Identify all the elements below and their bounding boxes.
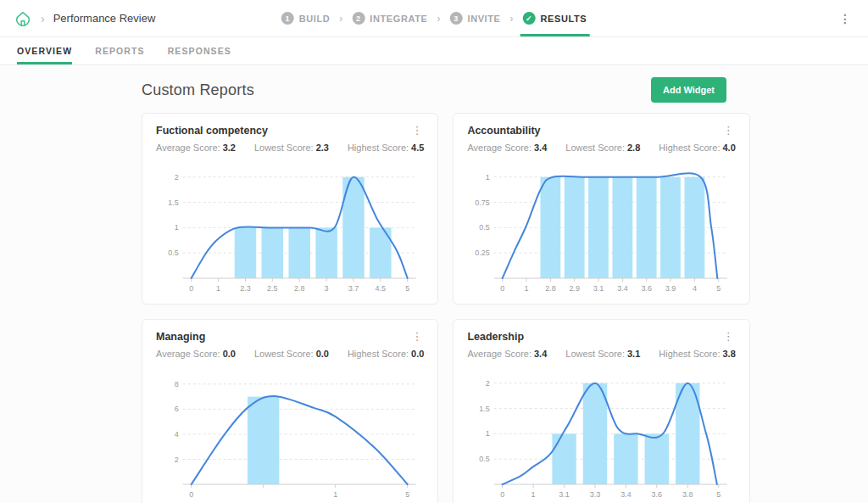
- stat-highest: Highest Score:0.0: [348, 349, 424, 359]
- svg-text:4: 4: [693, 284, 697, 293]
- svg-text:3.6: 3.6: [652, 490, 663, 499]
- tab-responses[interactable]: RESPONSES: [168, 37, 231, 64]
- tab-overview[interactable]: OVERVIEW: [17, 37, 72, 64]
- widget-card-managing: Managing ⋮ Average Score:0.0 Lowest Scor…: [142, 319, 438, 503]
- svg-text:2.8: 2.8: [294, 284, 305, 293]
- svg-text:2.5: 2.5: [267, 284, 278, 293]
- step-label: BUILD: [299, 14, 331, 24]
- step-label: INVITE: [467, 14, 500, 24]
- stat-lowest: Lowest Score:0.0: [254, 349, 329, 359]
- active-tab-indicator: [17, 62, 72, 64]
- step-label: RESULTS: [541, 14, 587, 24]
- stat-highest: Highest Score:4.0: [659, 143, 735, 153]
- stat-average: Average Score:3.4: [467, 349, 547, 359]
- svg-text:3.8: 3.8: [682, 490, 693, 499]
- active-step-indicator: [520, 34, 590, 36]
- step-2-badge: 2: [352, 12, 364, 25]
- svg-text:5: 5: [405, 284, 409, 293]
- svg-text:3.4: 3.4: [618, 284, 629, 293]
- score-stats: Average Score:3.2 Lowest Score:2.3 Highe…: [156, 143, 424, 153]
- widget-title: Accountability: [467, 125, 540, 137]
- tab-label: RESPONSES: [168, 46, 231, 56]
- svg-text:0.5: 0.5: [168, 249, 179, 257]
- step-1-badge: 1: [281, 12, 294, 25]
- card-header: Fuctional competency ⋮: [156, 125, 424, 137]
- step-results[interactable]: ✓ RESULTS: [523, 0, 587, 36]
- svg-text:8: 8: [175, 380, 179, 388]
- svg-text:5: 5: [405, 490, 409, 499]
- svg-text:6: 6: [175, 405, 179, 413]
- score-stats: Average Score:3.4 Lowest Score:3.1 Highe…: [467, 349, 735, 359]
- svg-text:1.5: 1.5: [168, 198, 179, 207]
- svg-text:0.5: 0.5: [480, 455, 491, 463]
- svg-text:0.25: 0.25: [476, 249, 491, 257]
- svg-text:0: 0: [501, 490, 505, 499]
- step-invite[interactable]: 3 INVITE: [449, 0, 500, 36]
- svg-text:2.8: 2.8: [546, 284, 557, 293]
- svg-text:1: 1: [216, 284, 220, 293]
- card-header: Leadership ⋮: [467, 331, 735, 343]
- step-label: INTEGRATE: [370, 14, 427, 24]
- home-icon[interactable]: [14, 9, 32, 28]
- kebab-menu-icon[interactable]: ⋮: [721, 125, 736, 136]
- widget-grid: Fuctional competency ⋮ Average Score:3.2…: [142, 113, 726, 503]
- stat-lowest: Lowest Score:2.8: [565, 143, 640, 153]
- widget-card-leadership: Leadership ⋮ Average Score:3.4 Lowest Sc…: [453, 319, 749, 503]
- svg-text:5: 5: [717, 284, 721, 293]
- svg-text:2.9: 2.9: [570, 284, 581, 293]
- step-build[interactable]: 1 BUILD: [281, 0, 331, 36]
- stat-highest: Highest Score:4.5: [348, 143, 424, 153]
- widget-title: Fuctional competency: [156, 125, 268, 137]
- chevron-right-icon: ›: [510, 13, 514, 25]
- stat-lowest: Lowest Score:2.3: [254, 143, 329, 153]
- widget-card-accountability: Accountability ⋮ Average Score:3.4 Lowes…: [453, 113, 749, 305]
- step-integrate[interactable]: 2 INTEGRATE: [352, 0, 427, 36]
- svg-text:1: 1: [525, 284, 529, 293]
- breadcrumb-survey-name[interactable]: Performance Review: [53, 12, 156, 25]
- svg-text:0: 0: [189, 490, 193, 499]
- add-widget-button[interactable]: Add Widget: [651, 77, 726, 103]
- svg-text:3.3: 3.3: [590, 490, 601, 499]
- kebab-menu-icon[interactable]: ⋮: [721, 331, 736, 342]
- chevron-right-icon: ›: [437, 13, 440, 25]
- svg-text:1: 1: [333, 490, 337, 499]
- stat-lowest: Lowest Score:3.1: [565, 349, 640, 359]
- custom-reports-section: Custom Reports Add Widget Fuctional comp…: [142, 65, 726, 503]
- svg-text:3: 3: [325, 284, 329, 293]
- kebab-menu-icon[interactable]: ⋮: [836, 12, 854, 25]
- check-icon: ✓: [523, 12, 536, 25]
- tab-reports[interactable]: REPORTS: [95, 37, 144, 64]
- svg-text:0: 0: [501, 284, 505, 293]
- svg-text:1: 1: [486, 173, 490, 182]
- step-3-badge: 3: [449, 12, 462, 25]
- stat-highest: Highest Score:3.8: [659, 349, 735, 359]
- svg-text:3.1: 3.1: [593, 284, 604, 293]
- breadcrumb: › Performance Review: [14, 9, 155, 28]
- tab-bar: OVERVIEW REPORTS RESPONSES: [0, 37, 868, 65]
- wizard-steps: 1 BUILD › 2 INTEGRATE › 3 INVITE › ✓ RES…: [281, 0, 587, 36]
- svg-text:2.3: 2.3: [240, 284, 251, 293]
- score-stats: Average Score:3.4 Lowest Score:2.8 Highe…: [467, 143, 735, 153]
- svg-text:0.75: 0.75: [476, 198, 491, 207]
- widget-card-functional-competency: Fuctional competency ⋮ Average Score:3.2…: [142, 113, 438, 305]
- svg-text:2: 2: [175, 455, 179, 464]
- svg-text:2: 2: [486, 379, 490, 388]
- histogram-density-chart: 0.511.52012.32.52.833.74.55: [156, 161, 424, 297]
- svg-text:5: 5: [717, 490, 721, 499]
- section-title-row: Custom Reports Add Widget: [142, 77, 726, 103]
- histogram-density-chart: 0.250.50.751012.82.93.13.43.63.945: [467, 161, 735, 297]
- page-title: Custom Reports: [142, 81, 254, 99]
- histogram-density-chart: 0.511.52013.13.33.43.63.85: [467, 367, 735, 503]
- svg-text:3.4: 3.4: [621, 490, 632, 499]
- svg-text:3.9: 3.9: [665, 284, 676, 293]
- svg-text:1: 1: [531, 490, 536, 499]
- stat-average: Average Score:0.0: [156, 349, 236, 359]
- svg-text:1.5: 1.5: [480, 405, 491, 413]
- stat-average: Average Score:3.2: [156, 143, 236, 153]
- chevron-right-icon: ›: [339, 13, 342, 25]
- kebab-menu-icon[interactable]: ⋮: [409, 125, 424, 136]
- card-header: Accountability ⋮: [467, 125, 735, 137]
- kebab-menu-icon[interactable]: ⋮: [409, 331, 424, 342]
- svg-text:1: 1: [486, 429, 490, 438]
- svg-text:1: 1: [175, 223, 179, 232]
